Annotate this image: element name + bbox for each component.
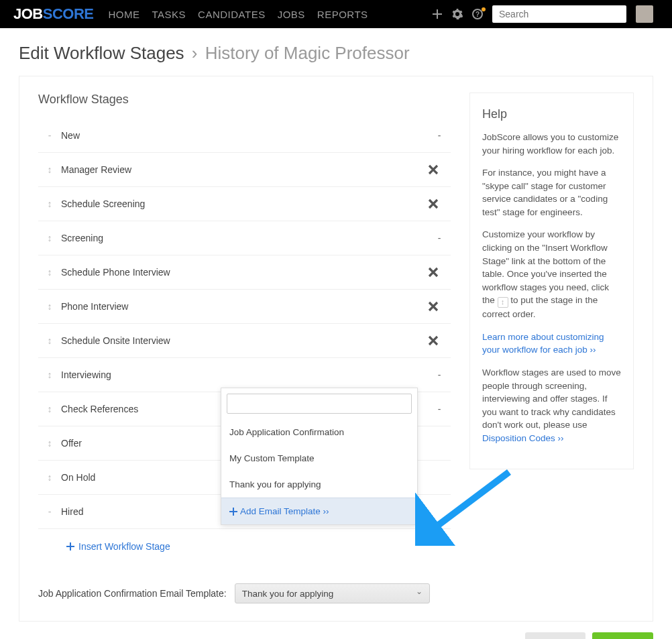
remove-stage-icon[interactable] bbox=[428, 198, 451, 209]
logo[interactable]: JOBSCORE bbox=[13, 5, 94, 23]
template-dropdown: Job Application Confirmation My Custom T… bbox=[221, 388, 418, 525]
plus-icon[interactable] bbox=[432, 9, 443, 19]
dash-icon: - bbox=[428, 404, 451, 414]
dash-icon: - bbox=[38, 506, 61, 517]
drag-icon: ↕ bbox=[498, 297, 508, 308]
nav-right: ? bbox=[432, 5, 653, 23]
stage-row: ↕Screening- bbox=[38, 221, 451, 255]
drag-handle-icon[interactable]: ↕ bbox=[38, 404, 61, 414]
svg-text:?: ? bbox=[475, 11, 480, 18]
stage-name: Schedule Screening bbox=[61, 198, 428, 209]
page-subtitle: History of Magic Professor bbox=[205, 43, 410, 63]
stage-row: ↕Schedule Screening bbox=[38, 187, 451, 221]
remove-stage-icon[interactable] bbox=[428, 164, 451, 175]
update-button[interactable]: Update bbox=[592, 632, 653, 639]
main-column: Workflow Stages -New-↕Manager Review↕Sch… bbox=[38, 93, 451, 603]
section-title: Workflow Stages bbox=[38, 93, 451, 107]
help-p2: For instance, you might have a "skype ca… bbox=[482, 166, 621, 219]
template-select-value: Thank you for applying bbox=[242, 589, 334, 599]
insert-label: Insert Workflow Stage bbox=[78, 541, 170, 552]
logo-job: JOB bbox=[13, 5, 43, 23]
add-email-template-link[interactable]: Add Email Template ›› bbox=[221, 498, 417, 524]
stage-name: Schedule Phone Interview bbox=[61, 267, 428, 278]
card: Workflow Stages -New-↕Manager Review↕Sch… bbox=[19, 76, 653, 622]
help-link-customize[interactable]: Learn more about customizing your workfl… bbox=[482, 332, 604, 355]
page-title: Edit Workflow Stages bbox=[19, 43, 184, 63]
dash-icon: - bbox=[428, 233, 451, 243]
dropdown-search-input[interactable] bbox=[227, 394, 412, 414]
drag-handle-icon[interactable]: ↕ bbox=[38, 164, 61, 175]
logo-score: SCORE bbox=[43, 5, 94, 23]
stage-name: Phone Interview bbox=[61, 301, 428, 312]
dropdown-item[interactable]: Thank you for applying bbox=[221, 471, 417, 498]
dash-icon: - bbox=[428, 130, 451, 141]
insert-workflow-stage-link[interactable]: Insert Workflow Stage bbox=[66, 541, 170, 552]
help-p1: JobScore allows you to customize your hi… bbox=[482, 131, 621, 157]
stage-row: -New- bbox=[38, 119, 451, 153]
dropdown-item[interactable]: My Custom Template bbox=[221, 445, 417, 471]
drag-handle-icon[interactable]: ↕ bbox=[38, 472, 61, 483]
remove-stage-icon[interactable] bbox=[428, 301, 451, 312]
help-panel: Help JobScore allows you to customize yo… bbox=[469, 93, 634, 469]
help-title: Help bbox=[482, 105, 621, 123]
help-p4: Workflow stages are used to move people … bbox=[482, 366, 621, 445]
footer-buttons: Cancel Update bbox=[19, 632, 653, 639]
drag-handle-icon[interactable]: ↕ bbox=[38, 198, 61, 209]
drag-handle-icon[interactable]: ↕ bbox=[38, 438, 61, 449]
stage-name: Schedule Onsite Interview bbox=[61, 335, 428, 346]
nav-candidates[interactable]: CANDIDATES bbox=[198, 9, 266, 20]
template-field-label: Job Application Confirmation Email Templ… bbox=[38, 588, 227, 599]
nav-links: HOME TASKS CANDIDATES JOBS REPORTS bbox=[109, 9, 368, 20]
stage-name: Screening bbox=[61, 233, 428, 243]
cancel-button[interactable]: Cancel bbox=[525, 632, 585, 639]
template-field-row: Job Application Confirmation Email Templ… bbox=[38, 583, 451, 603]
nav-home[interactable]: HOME bbox=[109, 9, 140, 20]
dash-icon: - bbox=[428, 369, 451, 380]
top-nav: JOBSCORE HOME TASKS CANDIDATES JOBS REPO… bbox=[0, 0, 672, 28]
remove-stage-icon[interactable] bbox=[428, 335, 451, 346]
help-icon[interactable]: ? bbox=[472, 9, 483, 19]
insert-row: Insert Workflow Stage bbox=[38, 529, 451, 563]
stage-name: New bbox=[61, 130, 428, 141]
nav-jobs[interactable]: JOBS bbox=[278, 9, 305, 20]
search-input[interactable] bbox=[492, 5, 626, 23]
nav-tasks[interactable]: TASKS bbox=[152, 9, 186, 20]
nav-reports[interactable]: REPORTS bbox=[317, 9, 368, 20]
drag-handle-icon[interactable]: ↕ bbox=[38, 267, 61, 278]
drag-handle-icon[interactable]: ↕ bbox=[38, 233, 61, 243]
stage-name: Interviewing bbox=[61, 369, 428, 380]
page-header: Edit Workflow Stages › History of Magic … bbox=[0, 28, 672, 76]
help-link-disposition[interactable]: Disposition Codes ›› bbox=[482, 433, 564, 443]
drag-handle-icon[interactable]: ↕ bbox=[38, 301, 61, 312]
stage-row: ↕Phone Interview bbox=[38, 290, 451, 324]
drag-handle-icon[interactable]: ↕ bbox=[38, 369, 61, 380]
add-template-label: Add Email Template ›› bbox=[240, 506, 329, 516]
dash-icon: - bbox=[38, 130, 61, 141]
avatar[interactable] bbox=[636, 5, 653, 23]
stage-name: Manager Review bbox=[61, 164, 428, 175]
remove-stage-icon[interactable] bbox=[428, 267, 451, 278]
dropdown-item[interactable]: Job Application Confirmation bbox=[221, 419, 417, 445]
drag-handle-icon[interactable]: ↕ bbox=[38, 335, 61, 346]
stage-row: ↕Schedule Phone Interview bbox=[38, 255, 451, 290]
stage-row: ↕Manager Review bbox=[38, 153, 451, 187]
help-p3: Customize your workflow by clicking on t… bbox=[482, 228, 621, 321]
stage-row: ↕Schedule Onsite Interview bbox=[38, 324, 451, 358]
chevron-icon: › bbox=[192, 43, 198, 63]
gear-icon[interactable] bbox=[452, 9, 463, 19]
template-select[interactable]: Thank you for applying bbox=[235, 583, 430, 603]
